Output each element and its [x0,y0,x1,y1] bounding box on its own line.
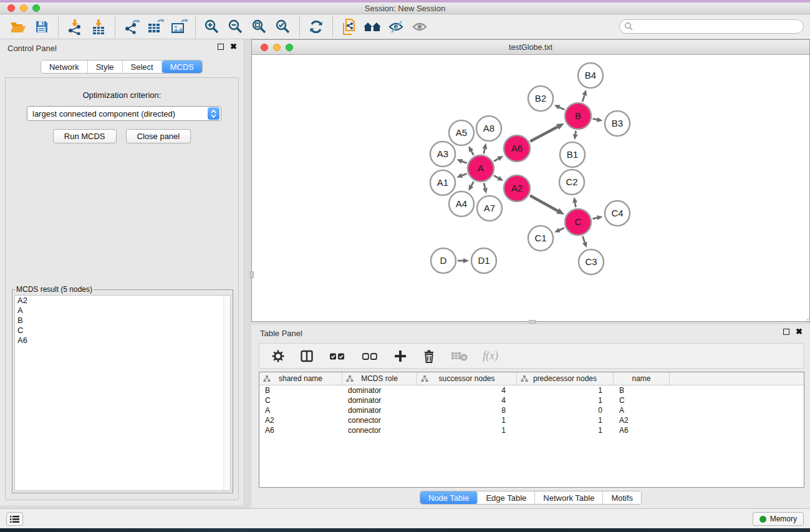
tab-network-table[interactable]: Network Table [535,491,603,504]
table-cell[interactable]: 1 [517,425,614,435]
export-table-icon[interactable] [143,16,167,37]
table-cell[interactable]: 1 [417,415,517,425]
table-cell[interactable]: A [614,405,670,415]
graph-edge[interactable] [462,173,467,175]
export-image-icon[interactable] [167,16,191,37]
table-cell[interactable] [670,425,804,435]
table-cell[interactable]: 0 [517,405,614,415]
task-history-button[interactable] [6,512,23,526]
graph-edge[interactable] [582,236,584,243]
table-cell[interactable]: dominator [342,385,417,395]
tab-style[interactable]: Style [88,60,123,73]
network-window-titlebar[interactable]: testGlobe.txt [252,40,809,55]
hide-selected-icon[interactable] [385,16,408,37]
graph-node-A5[interactable]: A5 [449,120,474,145]
vertical-splitter-handle[interactable] [250,271,254,278]
graph-node-A3[interactable]: A3 [430,142,455,167]
graph-node-D[interactable]: D [431,248,456,273]
graph-node-C2[interactable]: C2 [559,170,584,195]
column-header-successor-nodes[interactable]: successor nodes [417,372,517,385]
graph-node-A7[interactable]: A7 [477,196,502,221]
save-session-icon[interactable] [30,16,54,37]
main-titlebar[interactable]: Session: New Session [0,2,810,14]
table-cell[interactable]: 1 [517,385,614,395]
add-column-icon[interactable] [393,349,408,364]
table-row[interactable]: Cdominator41C [259,395,804,405]
graph-edge[interactable] [494,176,498,178]
close-table-panel-icon[interactable]: ✖ [796,329,803,335]
close-panel-icon[interactable]: ✖ [230,44,237,50]
graph-edge[interactable] [484,148,485,153]
graph-node-B[interactable]: B [565,103,591,129]
select-all-rows-icon[interactable] [328,349,347,364]
function-builder-icon[interactable]: f(x) [483,349,498,362]
import-network-icon[interactable] [63,16,87,37]
search-input[interactable] [619,19,804,34]
export-network-icon[interactable] [120,16,143,37]
apply-layout-icon[interactable] [304,16,328,37]
graph-edge[interactable] [593,118,597,119]
open-session-icon[interactable] [6,16,30,37]
table-cell[interactable]: A [259,405,342,415]
result-list-item[interactable]: A6 [15,336,230,346]
table-row[interactable]: A2connector11A2 [259,415,804,425]
graph-edge[interactable] [462,162,467,163]
new-network-from-selection-icon[interactable] [337,16,361,37]
delete-column-icon[interactable] [422,349,436,364]
float-table-panel-icon[interactable] [783,329,789,335]
table-row[interactable]: Bdominator41B [259,385,804,395]
table-cell[interactable]: B [614,385,670,395]
table-row[interactable]: Adominator80A [259,405,804,415]
graph-node-B1[interactable]: B1 [560,142,585,167]
first-neighbors-icon[interactable] [361,16,385,37]
table-cell[interactable]: 8 [417,405,517,415]
tab-edge-table[interactable]: Edge Table [478,491,535,504]
column-header-predecessor-nodes[interactable]: predecessor nodes [517,372,614,385]
network-canvas[interactable]: AA1A2A3A4A5A6A7A8BB1B2B3B4CC1C2C3C4DD1 [252,55,809,321]
table-cell[interactable]: C [259,395,342,405]
table-cell[interactable]: A6 [614,425,670,435]
mcds-result-list[interactable]: A2ABCA6 [14,295,231,491]
table-cell[interactable]: C [614,395,670,405]
table-cell[interactable] [670,385,804,395]
result-scrollbar[interactable] [223,296,230,490]
graph-node-B2[interactable]: B2 [528,86,553,111]
table-cell[interactable] [670,405,804,415]
float-panel-icon[interactable] [218,44,224,50]
column-visibility-icon[interactable] [299,349,314,364]
graph-node-C[interactable]: C [565,209,591,235]
graph-edge[interactable] [582,95,584,102]
table-cell[interactable] [670,395,804,405]
graph-node-A6[interactable]: A6 [504,135,530,162]
zoom-selected-icon[interactable] [271,16,295,37]
graph-edge[interactable] [484,183,485,188]
import-table-icon[interactable] [87,16,110,37]
table-cell[interactable]: dominator [342,405,417,415]
graph-edge[interactable] [559,107,564,110]
graph-node-A8[interactable]: A8 [476,116,501,141]
graph-node-A2[interactable]: A2 [504,175,530,201]
graph-edge[interactable] [471,181,474,186]
zoom-fit-icon[interactable] [248,16,271,37]
graph-edge[interactable] [575,203,576,208]
graph-edge[interactable] [530,127,557,141]
table-cell[interactable]: 4 [417,395,517,405]
graph-node-D1[interactable]: D1 [471,248,496,273]
column-header-name[interactable]: name [614,372,670,385]
graph-edge[interactable] [592,218,597,219]
result-list-item[interactable]: A [15,306,230,316]
table-row[interactable]: A6connector11A6 [259,425,804,435]
tab-motifs[interactable]: Motifs [603,491,641,504]
zoom-in-icon[interactable] [200,16,224,37]
table-cell[interactable]: connector [342,415,417,425]
graph-node-C3[interactable]: C3 [579,249,604,274]
result-list-item[interactable]: B [15,316,230,326]
table-cell[interactable] [670,415,804,425]
table-cell[interactable]: connector [342,425,417,435]
table-cell[interactable]: A2 [614,415,670,425]
table-cell[interactable]: dominator [342,395,417,405]
memory-button[interactable]: Memory [753,512,804,526]
tab-mcds[interactable]: MCDS [162,60,202,73]
table-cell[interactable]: 1 [517,415,614,425]
table-cell[interactable]: B [259,385,342,395]
